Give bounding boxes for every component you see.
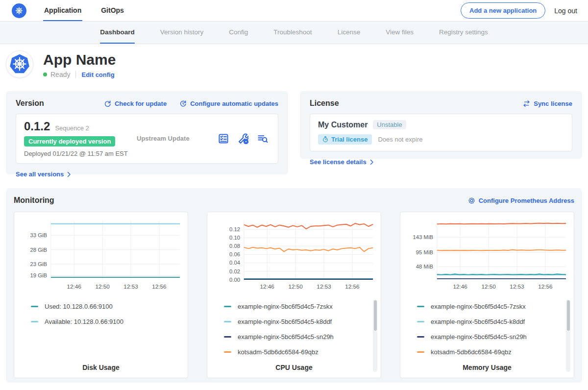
svg-text:12:50: 12:50	[95, 283, 110, 290]
memory-usage-panel: 143 MiB95 MiB48 MiB12:4612:5012:5312:56 …	[400, 212, 574, 378]
chevron-right-icon	[67, 171, 71, 177]
check-for-update-link[interactable]: Check for update	[104, 100, 167, 107]
deployed-version-badge: Currently deployed version	[24, 136, 115, 146]
see-all-versions-label: See all versions	[16, 171, 64, 178]
nav-gitops[interactable]: GitOps	[100, 0, 125, 21]
license-card: License Sync license My Customer Unstabl…	[300, 91, 582, 159]
legend-label: Available: 10.128.0.66:9100	[45, 318, 123, 325]
kubernetes-logo-icon	[12, 3, 26, 18]
legend-item: kotsadm-5db6dc6584-69qbz	[224, 348, 376, 356]
legend-item: example-nginx-5bc6f5d4c5-k8ddf	[417, 318, 569, 325]
legend-item: Used: 10.128.0.66:9100	[31, 303, 183, 310]
chart-title: CPU Usage	[207, 364, 381, 371]
legend-swatch	[224, 351, 231, 353]
legend-label: example-nginx-5bc6f5d4c5-7zskx	[431, 303, 526, 310]
legend-label: example-nginx-5bc6f5d4c5-sn29h	[238, 333, 334, 341]
svg-text:33 GiB: 33 GiB	[30, 232, 47, 238]
svg-text:0.06: 0.06	[229, 251, 240, 257]
kubernetes-app-icon	[8, 53, 31, 75]
app-logo	[6, 50, 33, 78]
scrollbar-thumb[interactable]	[374, 300, 377, 331]
legend-swatch	[224, 336, 231, 338]
svg-text:12:46: 12:46	[260, 283, 274, 290]
tab-troubleshoot[interactable]: Troubleshoot	[273, 22, 312, 44]
legend-swatch	[417, 321, 424, 322]
version-number: 0.1.2	[24, 120, 50, 133]
version-card-title: Version	[16, 99, 44, 108]
scrollbar-thumb[interactable]	[567, 300, 570, 331]
legend-label: kotsadm-5db6dc6584-69qbz	[431, 348, 512, 356]
app-tabs: Dashboard Version history Config Trouble…	[0, 21, 588, 44]
tab-dashboard[interactable]: Dashboard	[100, 22, 135, 44]
configure-automatic-updates-label: Configure automatic updates	[190, 100, 278, 107]
nav-application[interactable]: Application	[43, 0, 82, 21]
svg-text:12:46: 12:46	[453, 283, 467, 290]
deploy-logs-icon[interactable]	[257, 133, 268, 144]
legend-item: kotsadm-5db6dc6584-69qbz	[417, 348, 569, 356]
gear-icon	[468, 197, 475, 204]
cpu-usage-chart: 0.120.100.080.060.040.020.0012:4612:5012…	[212, 218, 376, 291]
configure-prometheus-link[interactable]: Configure Prometheus Address	[468, 197, 574, 204]
svg-text:12:53: 12:53	[510, 283, 524, 290]
monitoring-title: Monitoring	[14, 196, 54, 205]
legend-item: example-nginx-5bc6f5d4c5-7zskx	[224, 303, 376, 310]
legend-item: example-nginx-5bc6f5d4c5-sn29h	[417, 333, 569, 341]
memory-usage-chart: 143 MiB95 MiB48 MiB12:4612:5012:5312:56	[405, 218, 569, 291]
legend-scrollbar[interactable]	[566, 299, 570, 372]
memory-usage-legend: example-nginx-5bc6f5d4c5-7zskx example-n…	[405, 303, 569, 356]
status-dot	[43, 73, 47, 76]
chevron-right-icon	[370, 159, 374, 165]
see-license-details-link[interactable]: See license details	[310, 158, 374, 166]
customer-name: My Customer	[318, 121, 368, 129]
tab-version-history[interactable]: Version history	[160, 22, 204, 44]
license-type-label: Trial license	[331, 136, 368, 143]
current-version-panel: 0.1.2 Sequence 2 Currently deployed vers…	[16, 114, 278, 164]
add-application-button[interactable]: Add a new application	[461, 2, 545, 19]
svg-text:12:53: 12:53	[317, 283, 331, 290]
tab-view-files[interactable]: View files	[386, 22, 414, 44]
tab-config[interactable]: Config	[229, 22, 248, 44]
see-all-versions-link[interactable]: See all versions	[16, 171, 71, 178]
legend-label: example-nginx-5bc6f5d4c5-k8ddf	[238, 318, 332, 325]
top-nav: Application GitOps Add a new application…	[0, 0, 588, 21]
svg-text:12:56: 12:56	[345, 283, 360, 290]
disk-usage-panel: 33 GiB28 GiB23 GiB19 GiB12:4612:5012:531…	[14, 212, 188, 378]
svg-text:143 MiB: 143 MiB	[413, 234, 433, 240]
svg-text:12:50: 12:50	[288, 283, 303, 290]
logout-button[interactable]: Log out	[554, 7, 578, 15]
legend-item: example-nginx-5bc6f5d4c5-k8ddf	[224, 318, 376, 325]
legend-label: example-nginx-5bc6f5d4c5-7zskx	[238, 303, 333, 310]
schedule-refresh-icon	[179, 100, 187, 107]
svg-text:0.08: 0.08	[229, 243, 240, 249]
svg-text:19 GiB: 19 GiB	[30, 272, 47, 278]
legend-swatch	[417, 306, 424, 307]
svg-text:0.00: 0.00	[229, 277, 240, 283]
svg-text:23 GiB: 23 GiB	[30, 261, 47, 267]
svg-text:12:46: 12:46	[67, 283, 81, 290]
tab-license[interactable]: License	[338, 22, 361, 44]
legend-label: example-nginx-5bc6f5d4c5-sn29h	[431, 333, 527, 341]
app-header: App Name Ready Edit config	[0, 44, 588, 86]
config-wrench-icon[interactable]	[238, 133, 248, 144]
svg-text:0.02: 0.02	[229, 268, 240, 274]
preflight-checks-icon[interactable]	[218, 133, 229, 144]
edit-config-link[interactable]: Edit config	[81, 71, 114, 78]
status-badge: Ready	[50, 71, 70, 78]
svg-text:12:50: 12:50	[481, 283, 496, 290]
legend-swatch	[31, 321, 38, 322]
configure-automatic-updates-link[interactable]: Configure automatic updates	[179, 100, 278, 107]
version-source-label: Upstream Update	[131, 135, 218, 142]
legend-item: example-nginx-5bc6f5d4c5-sn29h	[224, 333, 376, 341]
tab-registry-settings[interactable]: Registry settings	[439, 22, 488, 44]
legend-scrollbar[interactable]	[373, 299, 377, 372]
version-card: Version Check for update	[6, 91, 288, 174]
legend-swatch	[417, 351, 424, 353]
legend-item: Available: 10.128.0.66:9100	[31, 318, 183, 325]
check-for-update-label: Check for update	[115, 100, 167, 107]
legend-swatch	[224, 321, 231, 322]
svg-text:0.10: 0.10	[229, 235, 240, 241]
svg-text:12:56: 12:56	[152, 283, 167, 290]
version-sequence: Sequence 2	[55, 124, 89, 132]
legend-label: kotsadm-5db6dc6584-69qbz	[238, 348, 318, 356]
sync-license-link[interactable]: Sync license	[523, 100, 572, 107]
